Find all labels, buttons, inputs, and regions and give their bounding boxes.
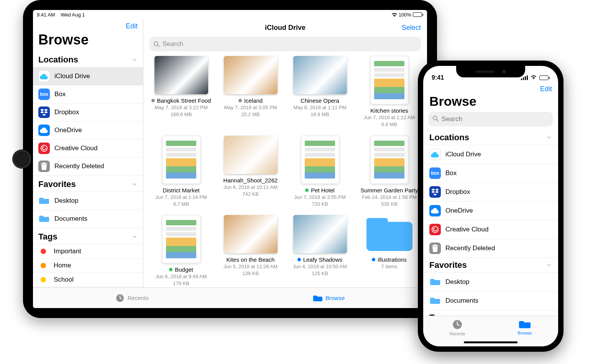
- file-item[interactable]: Pet HotelJun 7, 2018 at 3:55 PM720 KB: [287, 136, 353, 208]
- svg-point-8: [434, 228, 437, 231]
- file-size: 125 KB: [312, 271, 328, 277]
- search-field[interactable]: [150, 37, 421, 51]
- search-input[interactable]: [163, 40, 417, 48]
- file-item[interactable]: Bangkok Street FoodMay 7, 2018 at 3:22 P…: [148, 56, 214, 128]
- search-input[interactable]: [442, 115, 549, 123]
- camera: [502, 70, 506, 74]
- section-favorites-label: Favorites: [429, 260, 467, 270]
- file-item[interactable]: District MarketJun 7, 2018 at 1:14 PM6.7…: [148, 136, 214, 208]
- sidebar-item-icloud-drive[interactable]: iCloud Drive: [33, 67, 143, 85]
- folder-icon: [519, 319, 531, 330]
- file-item[interactable]: Illustrations7 items: [356, 215, 422, 287]
- file-name: Chinese Opera: [301, 97, 339, 104]
- tab-recents-label: Recents: [450, 331, 465, 336]
- sidebar-item-box[interactable]: boxBox: [423, 164, 558, 182]
- sidebar-item-onedrive[interactable]: OneDrive: [33, 121, 143, 139]
- sidebar-item-box[interactable]: boxBox: [33, 85, 143, 103]
- sidebar-title: Browse: [33, 32, 143, 51]
- file-item[interactable]: Hannah_Shoot_2262Jun 6, 2018 at 10:11 AM…: [217, 136, 284, 208]
- image-thumbnail: [224, 136, 278, 174]
- file-name: Pet Hotel: [305, 187, 335, 193]
- trash-icon: [38, 161, 50, 172]
- file-item[interactable]: Kites on the BeachJun 5, 2018 at 11:28 A…: [217, 215, 284, 287]
- edit-button[interactable]: Edit: [126, 22, 138, 30]
- file-item[interactable]: BudgetJun 6, 2018 at 9:49 AM179 KB: [148, 215, 214, 287]
- files-grid: Bangkok Street FoodMay 7, 2018 at 3:22 P…: [143, 54, 427, 287]
- edit-button[interactable]: Edit: [540, 85, 552, 93]
- tab-recents[interactable]: Recents: [115, 294, 149, 302]
- sidebar-item-desktop[interactable]: Desktop: [33, 192, 143, 210]
- file-item[interactable]: Kitchen storiesJun 7, 2018 at 1:12 AM6.8…: [356, 56, 422, 128]
- iphone-notch: [456, 66, 525, 77]
- document-thumbnail: [162, 136, 200, 184]
- sidebar-item-dropbox[interactable]: Dropbox: [423, 182, 558, 201]
- section-tags-header[interactable]: Tags: [423, 310, 558, 316]
- chevron-down-icon: [546, 134, 552, 141]
- image-thumbnail: [224, 215, 278, 253]
- section-favorites-header[interactable]: Favorites: [33, 175, 143, 192]
- sidebar-item-icloud-drive[interactable]: iCloud Drive: [423, 145, 558, 164]
- file-name: Leafy Shadows: [297, 256, 343, 263]
- sidebar-item-label: OneDrive: [445, 207, 473, 215]
- tag-home[interactable]: Home: [33, 258, 143, 272]
- document-thumbnail: [162, 215, 200, 263]
- image-thumbnail: [154, 56, 208, 94]
- file-item[interactable]: Leafy ShadowsJun 4, 2018 at 10:50 AM125 …: [287, 215, 353, 287]
- section-locations-header[interactable]: Locations: [33, 51, 143, 67]
- iphone-title: Browse: [423, 94, 558, 112]
- sidebar-item-recently-deleted[interactable]: Recently Deleted: [33, 157, 143, 175]
- sidebar-item-onedrive[interactable]: OneDrive: [423, 201, 558, 220]
- document-thumbnail: [301, 136, 339, 184]
- sidebar-item-label: Creative Cloud: [54, 144, 97, 152]
- clock-icon: [452, 319, 463, 331]
- sidebar-item-documents[interactable]: Documents: [33, 210, 143, 228]
- section-favorites-header[interactable]: Favorites: [423, 258, 558, 272]
- sidebar-item-label: Documents: [445, 297, 478, 305]
- onedrive-icon: [38, 125, 50, 136]
- file-name: Kitchen stories: [370, 107, 408, 114]
- file-meta: May 7, 2018 at 3:22 PM: [154, 105, 207, 111]
- file-meta: Jun 7, 2018 at 3:55 PM: [294, 194, 345, 200]
- tag-school[interactable]: School: [33, 272, 143, 287]
- sidebar-item-label: iCloud Drive: [54, 72, 90, 80]
- tag-color-dot: [41, 263, 46, 268]
- section-locations-header[interactable]: Locations: [423, 130, 558, 145]
- sidebar-item-recently-deleted[interactable]: Recently Deleted: [423, 239, 558, 258]
- file-size: 179 KB: [173, 280, 189, 287]
- file-size: 6.8 MB: [381, 121, 397, 128]
- tab-browse[interactable]: Browse: [313, 294, 345, 302]
- tab-browse[interactable]: Browse: [518, 319, 532, 346]
- image-thumbnail: [293, 215, 347, 253]
- tab-browse-label: Browse: [518, 331, 532, 335]
- tab-recents[interactable]: Recents: [450, 319, 465, 346]
- tag-label: Home: [54, 262, 71, 269]
- tab-browse-label: Browse: [325, 295, 345, 301]
- sidebar-item-creative-cloud[interactable]: Creative Cloud: [33, 139, 143, 157]
- file-size: 169.6 MB: [171, 111, 192, 118]
- svg-point-7: [432, 226, 438, 233]
- iphone-scroll[interactable]: Locations iCloud DriveboxBoxDropboxOneDr…: [423, 130, 558, 316]
- sidebar-item-dropbox[interactable]: Dropbox: [33, 103, 143, 121]
- file-item[interactable]: Summer Garden PartyFeb 14, 2018 at 1:56 …: [356, 136, 422, 208]
- select-button[interactable]: Select: [402, 24, 421, 32]
- locations-list: iCloud DriveboxBoxDropboxOneDriveCreativ…: [423, 145, 558, 258]
- tags-list: ImportantHomeSchool: [33, 244, 143, 287]
- tag-important[interactable]: Important: [33, 244, 143, 258]
- sidebar-item-creative-cloud[interactable]: Creative Cloud: [423, 220, 558, 239]
- trash-icon: [429, 243, 441, 254]
- file-size: 535 KB: [381, 201, 398, 207]
- content-topbar: iCloud Drive Select: [143, 19, 427, 36]
- file-item[interactable]: IcelandMay 7, 2018 at 3:05 PM25.2 MB: [217, 56, 284, 128]
- document-thumbnail: [370, 56, 409, 104]
- file-item[interactable]: Chinese OperaMay 8, 2018 at 1:11 PM18.9 …: [287, 56, 353, 128]
- sidebar-item-desktop[interactable]: Desktop: [423, 272, 558, 291]
- chevron-down-icon: [131, 181, 138, 187]
- sidebar-item-documents[interactable]: Documents: [423, 291, 558, 310]
- file-meta: 7 items: [381, 264, 398, 270]
- file-meta: Jun 6, 2018 at 10:11 AM: [223, 184, 278, 190]
- search-field[interactable]: [429, 112, 553, 126]
- section-tags-header[interactable]: Tags: [33, 228, 143, 244]
- dropbox-icon: [38, 107, 50, 118]
- file-meta: Feb 14, 2018 at 1:56 PM: [362, 194, 417, 200]
- image-thumbnail: [293, 56, 347, 94]
